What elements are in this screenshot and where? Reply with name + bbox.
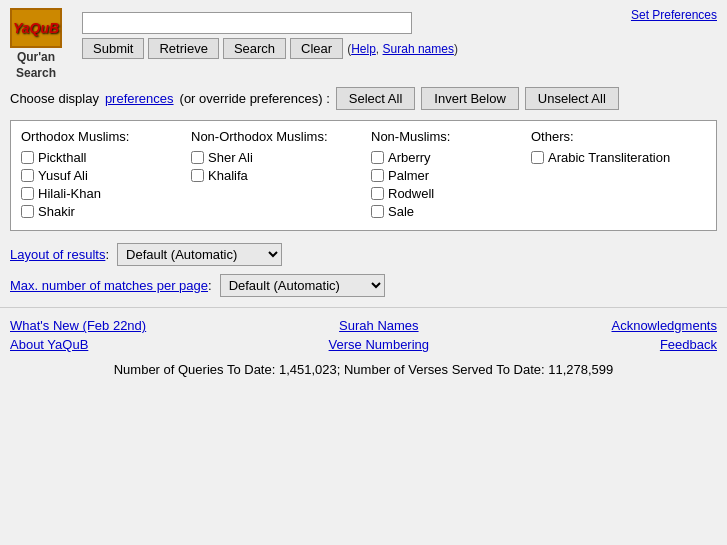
invert-below-button[interactable]: Invert Below bbox=[421, 87, 519, 110]
max-matches-label: Max. number of matches per page: bbox=[10, 278, 212, 293]
label-pickthall: Pickthall bbox=[38, 150, 86, 165]
max-colon: : bbox=[208, 278, 212, 293]
about-yaqub-link[interactable]: About YaQuB bbox=[10, 337, 146, 352]
top-area: YaQuB Qur'an Search Submit Retrieve Sear… bbox=[0, 0, 727, 81]
button-row: Submit Retrieve Search Clear (Help, Sura… bbox=[82, 38, 458, 59]
checkbox-sale[interactable] bbox=[371, 205, 384, 218]
logo-quran: Qur'an bbox=[17, 50, 55, 64]
label-khalifa: Khalifa bbox=[208, 168, 248, 183]
verse-numbering-link[interactable]: Verse Numbering bbox=[329, 337, 429, 352]
translator-sher: Sher Ali bbox=[191, 150, 371, 165]
select-all-button[interactable]: Select All bbox=[336, 87, 415, 110]
label-arberry: Arberry bbox=[388, 150, 431, 165]
checkbox-palmer[interactable] bbox=[371, 169, 384, 182]
footer-links: What's New (Feb 22nd) About YaQuB Surah … bbox=[0, 307, 727, 356]
checkbox-pickthall[interactable] bbox=[21, 151, 34, 164]
main-wrapper: YaQuB Qur'an Search Submit Retrieve Sear… bbox=[0, 0, 727, 383]
layout-link[interactable]: Layout of results bbox=[10, 247, 105, 262]
non-orthodox-heading: Non-Orthodox Muslims: bbox=[191, 129, 371, 144]
search-input-bar: Submit Retrieve Search Clear (Help, Sura… bbox=[82, 12, 458, 59]
set-preferences-area: Set Preferences bbox=[631, 8, 717, 22]
help-link[interactable]: Help bbox=[351, 42, 376, 56]
translator-yusuf: Yusuf Ali bbox=[21, 168, 191, 183]
pref-suffix: (or override preferences) : bbox=[180, 91, 330, 106]
set-preferences-link[interactable]: Set Preferences bbox=[631, 8, 717, 22]
checkbox-sher[interactable] bbox=[191, 151, 204, 164]
preferences-line: Choose display preferences (or override … bbox=[0, 81, 727, 116]
surah-names-footer-link[interactable]: Surah Names bbox=[329, 318, 429, 333]
label-palmer: Palmer bbox=[388, 168, 429, 183]
label-yusuf: Yusuf Ali bbox=[38, 168, 88, 183]
label-rodwell: Rodwell bbox=[388, 186, 434, 201]
max-matches-row: Max. number of matches per page: Default… bbox=[10, 274, 717, 297]
logo-area: YaQuB Qur'an Search bbox=[10, 8, 62, 81]
translator-shakir: Shakir bbox=[21, 204, 191, 219]
layout-colon: : bbox=[105, 247, 109, 262]
whats-new-link[interactable]: What's New (Feb 22nd) bbox=[10, 318, 146, 333]
non-orthodox-column: Non-Orthodox Muslims: Sher Ali Khalifa bbox=[191, 129, 371, 222]
logo-yaqub: YaQuB bbox=[13, 21, 59, 35]
pref-prefix: Choose display bbox=[10, 91, 99, 106]
retrieve-button[interactable]: Retrieve bbox=[148, 38, 218, 59]
label-arabic: Arabic Transliteration bbox=[548, 150, 670, 165]
translator-khalifa: Khalifa bbox=[191, 168, 371, 183]
checkbox-arberry[interactable] bbox=[371, 151, 384, 164]
layout-select[interactable]: Default (Automatic) Single Column Multi … bbox=[117, 243, 282, 266]
others-column: Others: Arabic Transliteration bbox=[531, 129, 727, 222]
label-sale: Sale bbox=[388, 204, 414, 219]
layout-label: Layout of results: bbox=[10, 247, 109, 262]
non-muslims-column: Non-Muslims: Arberry Palmer Rodwell Sale bbox=[371, 129, 531, 222]
non-muslims-heading: Non-Muslims: bbox=[371, 129, 531, 144]
label-shakir: Shakir bbox=[38, 204, 75, 219]
max-matches-select[interactable]: Default (Automatic) 10 25 50 100 All bbox=[220, 274, 385, 297]
layout-row: Layout of results: Default (Automatic) S… bbox=[10, 243, 717, 266]
checkbox-hilali[interactable] bbox=[21, 187, 34, 200]
label-hilali: Hilali-Khan bbox=[38, 186, 101, 201]
translator-rodwell: Rodwell bbox=[371, 186, 531, 201]
checkbox-shakir[interactable] bbox=[21, 205, 34, 218]
translator-sale: Sale bbox=[371, 204, 531, 219]
translator-palmer: Palmer bbox=[371, 168, 531, 183]
translator-arberry: Arberry bbox=[371, 150, 531, 165]
footer-center: Surah Names Verse Numbering bbox=[329, 318, 429, 352]
max-matches-link[interactable]: Max. number of matches per page bbox=[10, 278, 208, 293]
stats-text: Number of Queries To Date: 1,451,023; Nu… bbox=[114, 362, 614, 377]
footer-right: Acknowledgments Feedback bbox=[611, 318, 717, 352]
surah-names-link[interactable]: Surah names bbox=[383, 42, 454, 56]
preferences-link[interactable]: preferences bbox=[105, 91, 174, 106]
translator-pickthall: Pickthall bbox=[21, 150, 191, 165]
acknowledgments-link[interactable]: Acknowledgments bbox=[611, 318, 717, 333]
label-sher: Sher Ali bbox=[208, 150, 253, 165]
others-heading: Others: bbox=[531, 129, 727, 144]
logo-search: Search bbox=[16, 66, 56, 80]
checkbox-khalifa[interactable] bbox=[191, 169, 204, 182]
translators-grid: Orthodox Muslims: Pickthall Yusuf Ali Hi… bbox=[21, 129, 706, 222]
translator-arabic: Arabic Transliteration bbox=[531, 150, 727, 165]
translator-hilali: Hilali-Khan bbox=[21, 186, 191, 201]
search-input[interactable] bbox=[82, 12, 412, 34]
checkbox-yusuf[interactable] bbox=[21, 169, 34, 182]
orthodox-heading: Orthodox Muslims: bbox=[21, 129, 191, 144]
help-links: (Help, Surah names) bbox=[347, 42, 458, 56]
footer-left: What's New (Feb 22nd) About YaQuB bbox=[10, 318, 146, 352]
submit-button[interactable]: Submit bbox=[82, 38, 144, 59]
translators-box: Orthodox Muslims: Pickthall Yusuf Ali Hi… bbox=[10, 120, 717, 231]
feedback-link[interactable]: Feedback bbox=[611, 337, 717, 352]
orthodox-column: Orthodox Muslims: Pickthall Yusuf Ali Hi… bbox=[21, 129, 191, 222]
logo-image: YaQuB bbox=[10, 8, 62, 48]
search-button[interactable]: Search bbox=[223, 38, 286, 59]
unselect-all-button[interactable]: Unselect All bbox=[525, 87, 619, 110]
layout-section: Layout of results: Default (Automatic) S… bbox=[0, 235, 727, 301]
checkbox-arabic[interactable] bbox=[531, 151, 544, 164]
checkbox-rodwell[interactable] bbox=[371, 187, 384, 200]
clear-button[interactable]: Clear bbox=[290, 38, 343, 59]
footer-stats: Number of Queries To Date: 1,451,023; Nu… bbox=[0, 356, 727, 383]
